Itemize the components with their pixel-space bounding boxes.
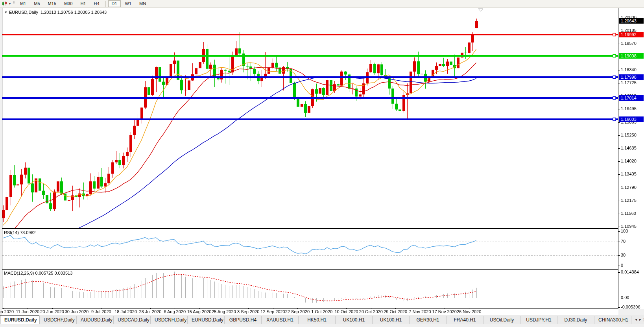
date-axis-label: 10 Oct 2020 (335, 309, 358, 314)
rsi-axis-label: 30 (621, 253, 626, 257)
hline-price-tag: 1.17014 (619, 95, 644, 101)
date-axis-label: 22 Sep 2020 (285, 309, 310, 314)
price-axis-label: 1.11560 (621, 211, 636, 216)
price-axis-label: 1.12790 (621, 185, 637, 190)
price-axis-label: 1.19570 (621, 41, 637, 46)
chart-tab-bar: EURUSD,DailyUSDCHF,DailyAUDUSD,DailyUSDC… (0, 315, 644, 324)
chart-tab-xauusd-h1[interactable]: XAUUSD,H1 (261, 316, 298, 324)
price-axis-label: 1.17725 (621, 80, 637, 85)
price-axis-label: 1.14020 (621, 159, 637, 163)
chart-tab-hk50-h1[interactable]: HK50,H1 (298, 316, 335, 324)
price-axis-label: 1.10945 (621, 224, 637, 229)
tab-scroll-arrows: ◂▸ (633, 316, 644, 322)
chart-tab-usoil-daily[interactable]: USOil,Daily (483, 316, 520, 324)
tab-scroll-right-icon[interactable]: ▸ (639, 317, 641, 321)
date-axis-label: 15 Aug 2020 (187, 309, 212, 314)
price-axis-label: 1.12175 (621, 198, 637, 203)
date-axis-label: 26 Nov 2020 (457, 309, 481, 314)
chart-tab-fra40-h1[interactable]: FRA40,H1 (446, 316, 483, 324)
rsi-axis-label: 70 (621, 239, 626, 244)
chart-tab-eurusd-daily[interactable]: EURUSD,Daily (0, 315, 39, 324)
hline-price-tag: 1.19008 (619, 53, 644, 59)
rsi-indicator-label: RSI(14) 73.0982 (4, 230, 36, 235)
status-strip (0, 324, 644, 327)
collapse-indicator-icon[interactable]: ▼ (4, 11, 7, 14)
date-axis-label: 28 Jul 2020 (139, 309, 161, 314)
date-axis-label: 3 Sep 2020 (237, 309, 259, 314)
price-axis-label: 1.14635 (621, 146, 637, 150)
chart-title-symbol: EURUSD,Daily (9, 10, 38, 15)
date-axis-label: 20 Jun 2020 (40, 309, 64, 314)
chart-tab-uk100-h1[interactable]: UK100,H1 (372, 316, 409, 324)
chart-tab-gbpusd-h4[interactable]: GBPUSD,H4 (224, 316, 261, 324)
chart-canvas[interactable] (0, 0, 644, 327)
macd-indicator-label: MACD(12,26,9) 0.005725 0.003513 (4, 271, 72, 275)
chart-tab-usdcnh-daily[interactable]: USDCNH,Daily (150, 316, 187, 324)
chart-tab-china300-h1[interactable]: CHINA300,H1 (594, 316, 631, 324)
date-axis-label: 12 Sep 2020 (260, 309, 285, 314)
date-axis-label: 7 Nov 2020 (409, 309, 431, 314)
date-axis-label: 17 Nov 2020 (432, 309, 457, 314)
macd-axis-label: 0.00 (621, 295, 629, 300)
date-axis-label: 30 Jun 2020 (65, 309, 89, 314)
current-price-tag: 1.20643 (619, 18, 644, 24)
date-axis-label: 20 Oct 2020 (359, 309, 383, 314)
tab-scroll-left-icon[interactable]: ◂ (635, 317, 637, 321)
chart-tab-dj30-daily[interactable]: DJ30,Daily (557, 316, 594, 324)
price-axis-label: 1.13405 (621, 172, 637, 176)
chart-tab-usdcad-daily[interactable]: USDCAD,Daily (113, 316, 150, 324)
hline-price-tag: 1.16003 (619, 116, 644, 122)
chart-tab-uk100-h1[interactable]: UK100,H1 (335, 316, 372, 324)
chart-tab-audusd-daily[interactable]: AUDUSD,Daily (76, 316, 113, 324)
macd-axis-label: -0.005396 (621, 305, 640, 309)
price-axis-label: 1.16495 (621, 106, 637, 111)
hline-price-tag: 1.19992 (619, 32, 644, 37)
date-axis-label: 11 Jun 2020 (16, 309, 39, 314)
price-axis-label: 1.15250 (621, 133, 637, 137)
date-axis-label: 29 Oct 2020 (384, 309, 407, 314)
chart-title: ▼EURUSD,Daily 1.20313 1.20756 1.20305 1.… (4, 10, 107, 15)
terminal-window: ▾ M1M5M15M30H1H4D1W1MN ▼EURUSD,Daily 1.2… (0, 0, 644, 327)
rsi-axis-label: 100 (621, 229, 628, 233)
chart-tab-eurusd-daily[interactable]: EURUSD,Daily (187, 316, 224, 324)
chart-tab-ger30-h1[interactable]: GER30,H1 (409, 316, 446, 324)
date-axis-label: 2 Jun 2020 (0, 309, 14, 314)
date-axis-label: 1 Oct 2020 (311, 309, 332, 314)
chart-tab-usdchf-daily[interactable]: USDCHF,Daily (39, 316, 76, 324)
hline-price-tag: 1.17998 (619, 74, 644, 80)
chart-title-ohlc: 1.20313 1.20756 1.20305 1.20643 (41, 10, 107, 15)
chart-tab-usdjpy-h1[interactable]: USDJPY,H1 (520, 316, 557, 324)
rsi-axis-label: 0 (621, 263, 623, 268)
date-axis-label: 9 Jul 2020 (91, 309, 111, 314)
date-axis-label: 25 Aug 2020 (212, 309, 236, 314)
date-axis-label: 18 Jul 2020 (114, 309, 137, 314)
price-axis-label: 1.18340 (621, 67, 637, 72)
macd-axis-label: 0.014384 (621, 270, 639, 274)
date-axis-label: 6 Aug 2020 (164, 309, 186, 314)
